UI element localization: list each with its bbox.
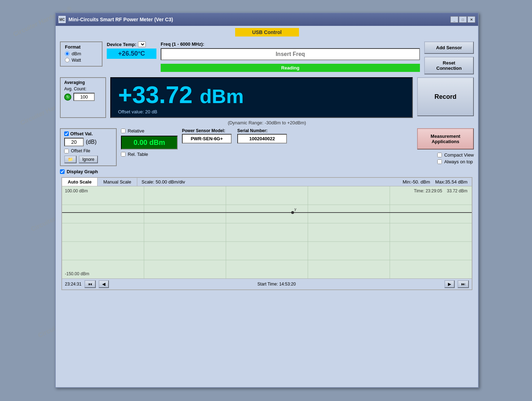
always-on-top-checkbox[interactable] <box>437 159 442 164</box>
graph-bottom-value: -150.00 dBm <box>65 271 89 276</box>
offset-unit: (dB) <box>86 139 96 145</box>
offset-title-row: Offset Val. <box>64 131 112 136</box>
temp-display: +26.50°C <box>107 49 156 59</box>
start-time: Start Time: 14:53:20 <box>112 282 442 287</box>
temp-dropdown[interactable] <box>138 41 146 47</box>
usb-banner: USB Control <box>235 28 299 36</box>
freq-section: Freq (1 - 6000 MHz): Reading <box>161 41 420 72</box>
freq-label: Freq (1 - 6000 MHz): <box>161 41 420 47</box>
rel-table-checkbox[interactable] <box>121 152 126 157</box>
nav-next-button[interactable]: ▶ <box>444 280 455 288</box>
relative-section: Relative 0.00 dBm Rel. Table <box>121 128 178 157</box>
compact-view-label: Compact View <box>444 152 474 158</box>
close-button[interactable]: ✕ <box>467 16 475 23</box>
folder-button[interactable]: 📁 <box>64 156 77 163</box>
avg-count-row: Avg. Count: <box>64 86 102 91</box>
auto-scale-tab[interactable]: Auto Scale <box>62 178 98 186</box>
relative-checkbox[interactable] <box>121 129 126 133</box>
relative-checkbox-row: Relative <box>121 128 178 134</box>
top-row: Format dBm Watt Device Temp: +26.50°C <box>60 41 474 74</box>
graph-container: Auto Scale Manual Scale Scale: 50.00 dBm… <box>61 177 472 290</box>
record-button[interactable]: Record <box>417 77 474 116</box>
reading-numeric: +33.72 <box>118 81 193 108</box>
main-window: MC Mini-Circuits Smart RF Power Meter (V… <box>55 12 479 388</box>
graph-max: Max:35.54 dBm <box>435 179 467 185</box>
middle-row: Offset Val. (dB) Offset File 📁 Ignore <box>60 128 474 166</box>
averaging-title: Averaging <box>64 80 102 85</box>
sensor-info: Power Sensor Model: PWR-SEN-6G+ Serial N… <box>182 128 413 143</box>
watt-label: Watt <box>72 57 81 63</box>
offset-val-checkbox[interactable] <box>64 131 69 136</box>
dbm-radio[interactable] <box>65 51 70 56</box>
graph-area: y 100.00 dBm -150.00 dBm Time: 23:29:05 … <box>62 186 472 278</box>
nav-prev-button[interactable]: ◀ <box>99 280 109 288</box>
reading-unit: dBm <box>200 85 244 108</box>
manual-scale-tab[interactable]: Manual Scale <box>98 178 137 186</box>
relative-label: Relative <box>128 128 144 134</box>
sensor-model-field: Power Sensor Model: PWR-SEN-6G+ <box>182 128 232 143</box>
compact-section: Compact View Always on top <box>437 152 474 164</box>
sensor-row: Power Sensor Model: PWR-SEN-6G+ Serial N… <box>182 128 413 143</box>
averaging-box: Averaging Avg. Count: ↻ <box>60 77 106 118</box>
add-sensor-button[interactable]: Add Sensor <box>424 41 474 54</box>
avg-count-input[interactable] <box>73 93 95 101</box>
app-title: Mini-Circuits Smart RF Power Meter (Ver … <box>68 17 173 22</box>
nav-end-button[interactable]: ⏭ <box>458 280 469 288</box>
ignore-button[interactable]: Ignore <box>79 156 98 163</box>
graph-time-right-value: 33.72 dBm <box>447 188 467 193</box>
device-temp-section: Device Temp: +26.50°C <box>107 41 156 59</box>
dbm-radio-row: dBm <box>65 51 98 56</box>
compact-view-row: Compact View <box>437 152 474 158</box>
device-temp-label: Device Temp: <box>107 41 156 47</box>
offset-val-label: Offset Val. <box>70 131 93 136</box>
graph-minmax: Min:-50. dBm Max:35.54 dBm <box>398 178 472 186</box>
rel-table-checkbox-row: Rel. Table <box>121 152 178 157</box>
offset-input[interactable] <box>64 138 84 146</box>
reset-connection-button[interactable]: Reset Connection <box>424 57 474 74</box>
offset-box: Offset Val. (dB) Offset File 📁 Ignore <box>60 128 117 166</box>
sensor-serial-field: Serial Number: 1002040022 <box>237 128 287 143</box>
svg-point-8 <box>291 211 294 214</box>
minimize-button[interactable]: _ <box>450 16 458 23</box>
always-on-top-row: Always on top <box>437 159 474 164</box>
avg-count-label: Avg. Count: <box>64 86 86 91</box>
graph-toolbar: Auto Scale Manual Scale Scale: 50.00 dBm… <box>62 178 472 186</box>
compact-view-checkbox[interactable] <box>437 153 442 157</box>
graph-time-right-label: Time: 23:29:05 <box>414 188 442 193</box>
title-bar-controls: _ □ ✕ <box>450 16 475 23</box>
freq-input[interactable] <box>161 48 420 60</box>
display-graph-label: Display Graph <box>67 169 98 174</box>
offset-file-row: Offset File <box>64 148 112 153</box>
dbm-label: dBm <box>72 51 81 56</box>
app-icon: MC <box>59 16 66 23</box>
reading-value-row: +33.72 dBm <box>118 81 405 108</box>
svg-text:y: y <box>294 207 297 211</box>
sensor-serial-label: Serial Number: <box>237 128 287 133</box>
reading-row: Averaging Avg. Count: ↻ +33.72 dBm Offse… <box>60 77 474 118</box>
reading-offset: Offset value: 20 dB <box>118 109 405 114</box>
maximize-button[interactable]: □ <box>459 16 467 23</box>
graph-footer: 23:24:31 ⏮ ◀ Start Time: 14:53:20 ▶ ⏭ <box>62 278 472 289</box>
graph-time-right: Time: 23:29:05 33.72 dBm <box>414 188 467 193</box>
watt-radio-row: Watt <box>65 57 98 63</box>
nav-start-button[interactable]: ⏮ <box>84 280 96 288</box>
dynamic-range: (Dynamic Range: -30dBm to +20dBm) <box>60 120 474 125</box>
graph-grid-svg: y <box>62 186 472 278</box>
offset-file-checkbox[interactable] <box>64 149 69 153</box>
watt-radio[interactable] <box>65 58 70 62</box>
status-indicator: Reading <box>161 64 420 72</box>
measurement-applications-button[interactable]: Measurement Applications <box>417 128 474 149</box>
graph-time-left: 23:24:31 <box>65 282 82 287</box>
right-buttons: Add Sensor Reset Connection <box>424 41 474 74</box>
format-title: Format <box>65 44 98 50</box>
relative-display: 0.00 dBm <box>121 136 178 149</box>
graph-top-value: 100.00 dBm <box>65 188 88 193</box>
format-box: Format dBm Watt <box>60 41 102 67</box>
offset-file-label: Offset File <box>71 148 90 153</box>
display-graph-row: Display Graph <box>60 169 474 174</box>
title-bar: MC Mini-Circuits Smart RF Power Meter (V… <box>56 13 478 26</box>
graph-min: Min:-50. dBm <box>403 179 430 185</box>
display-graph-checkbox[interactable] <box>60 169 65 174</box>
offset-val-row: (dB) <box>64 138 112 146</box>
spin-icon: ↻ <box>64 94 71 101</box>
